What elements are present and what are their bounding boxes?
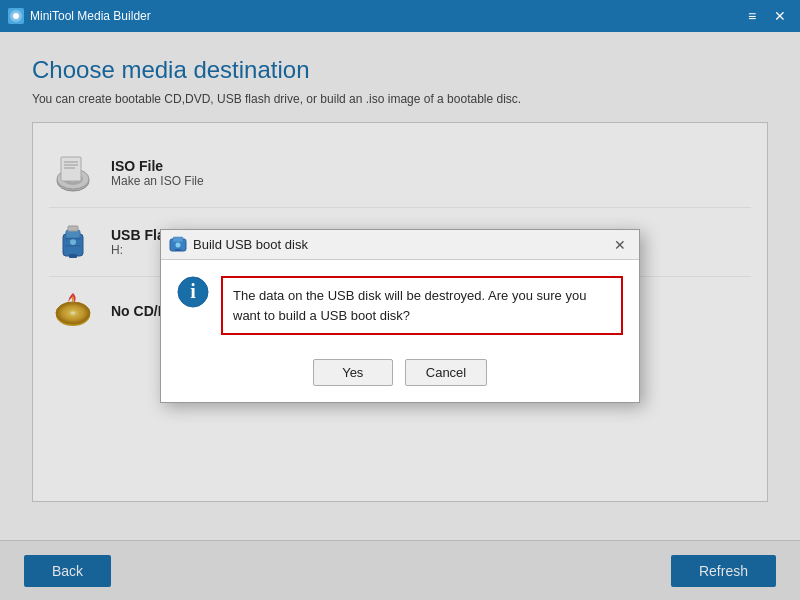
info-icon: i: [177, 276, 209, 308]
svg-rect-24: [175, 249, 181, 251]
yes-button[interactable]: Yes: [313, 359, 393, 386]
dialog-close-button[interactable]: ✕: [609, 234, 631, 256]
app-title: MiniTool Media Builder: [30, 9, 740, 23]
dialog-body: i The data on the USB disk will be destr…: [161, 260, 639, 351]
svg-point-23: [176, 242, 181, 247]
dialog-buttons: Yes Cancel: [161, 351, 639, 402]
window-controls: ≡ ✕: [740, 6, 792, 26]
title-bar: MiniTool Media Builder ≡ ✕: [0, 0, 800, 32]
dialog-message: The data on the USB disk will be destroy…: [221, 276, 623, 335]
cancel-button[interactable]: Cancel: [405, 359, 487, 386]
dialog-titlebar: Build USB boot disk ✕: [161, 230, 639, 260]
dialog-overlay: Build USB boot disk ✕ i The data on the …: [0, 32, 800, 600]
app-icon: [8, 8, 24, 24]
svg-rect-22: [173, 237, 183, 242]
svg-point-1: [13, 13, 19, 19]
close-button[interactable]: ✕: [768, 6, 792, 26]
hamburger-button[interactable]: ≡: [740, 6, 764, 26]
build-usb-dialog: Build USB boot disk ✕ i The data on the …: [160, 229, 640, 403]
dialog-title-icon: [169, 236, 187, 254]
svg-text:i: i: [190, 280, 196, 302]
dialog-title: Build USB boot disk: [193, 237, 609, 252]
